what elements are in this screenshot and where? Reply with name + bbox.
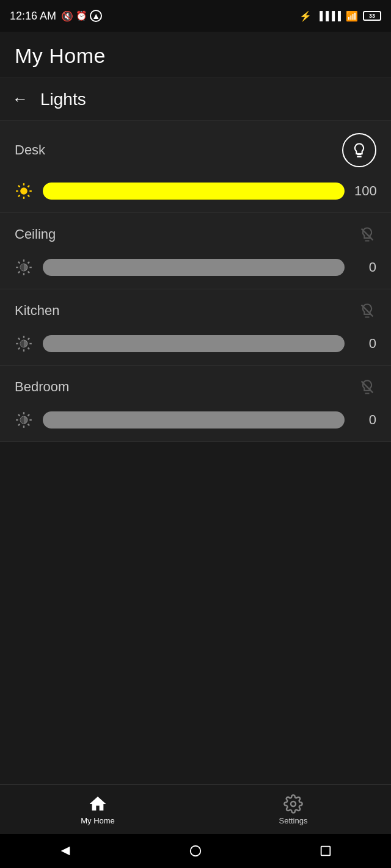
svg-line-9: [18, 195, 20, 197]
page-header: ← Lights: [0, 78, 391, 121]
android-back-btn[interactable]: [57, 842, 74, 859]
svg-line-6: [28, 195, 29, 197]
svg-point-2: [20, 187, 27, 195]
light-controls-bedroom: 0: [15, 411, 376, 429]
light-header-kitchen: Kitchen: [15, 302, 376, 320]
nav-label-settings: Settings: [279, 816, 308, 825]
android-recents-btn[interactable]: [317, 842, 334, 859]
back-button[interactable]: ←: [12, 90, 28, 109]
brightness-icon-kitchen: [15, 335, 33, 353]
android-recents-icon: [319, 844, 332, 858]
light-name-kitchen: Kitchen: [15, 303, 59, 319]
bulb-icon-ceiling: [359, 226, 376, 243]
wifi-icon: 📶: [346, 10, 358, 22]
nav-label-home: My Home: [81, 816, 115, 825]
svg-line-10: [28, 186, 29, 187]
svg-line-29: [18, 348, 20, 349]
slider-desk[interactable]: [43, 183, 345, 200]
slider-bedroom[interactable]: [43, 411, 345, 429]
android-back-icon: [59, 844, 72, 858]
brightness-icon-desk: [15, 182, 33, 200]
slider-value-kitchen: 0: [354, 336, 376, 352]
status-time: 12:16 AM: [10, 10, 56, 23]
mute-icon: 🔇: [61, 10, 73, 22]
page-title: Lights: [40, 90, 86, 109]
bluetooth-icon: ⚡: [299, 10, 312, 22]
slider-fill-ceiling: [43, 259, 345, 276]
svg-line-19: [18, 272, 20, 273]
brightness-icon-bedroom: [15, 411, 33, 429]
slider-track-ceiling: [43, 259, 345, 276]
svg-marker-42: [60, 847, 70, 856]
settings-icon: [283, 794, 303, 814]
light-controls-desk: 100: [15, 182, 376, 200]
svg-point-41: [291, 801, 296, 806]
bottom-nav-items: My Home Settings: [0, 785, 391, 834]
light-item-kitchen: Kitchen: [0, 289, 391, 366]
bulb-icon-desk: [351, 142, 368, 159]
lights-list: Desk: [0, 121, 391, 442]
svg-line-40: [28, 414, 29, 416]
light-item-ceiling: Ceiling: [0, 213, 391, 289]
home-icon: [88, 794, 108, 814]
light-header-bedroom: Bedroom: [15, 378, 376, 396]
notification-icon: ▲: [90, 10, 102, 22]
light-toggle-kitchen[interactable]: [358, 302, 376, 320]
sun-icon-desk: [15, 183, 32, 200]
battery-level: 33: [369, 13, 375, 19]
app-header: My Home: [0, 32, 391, 78]
svg-line-25: [18, 338, 20, 339]
light-toggle-bedroom[interactable]: [358, 378, 376, 396]
brightness-icon-ceiling: [15, 258, 33, 277]
svg-point-43: [191, 846, 201, 856]
bulb-icon-kitchen: [359, 302, 376, 319]
nav-item-settings[interactable]: Settings: [196, 785, 391, 834]
light-controls-ceiling: 0: [15, 258, 376, 277]
sun-icon-ceiling: [15, 259, 32, 276]
light-toggle-desk[interactable]: [342, 133, 376, 167]
light-name-bedroom: Bedroom: [15, 379, 69, 395]
svg-line-35: [18, 414, 20, 416]
sun-icon-bedroom: [15, 411, 32, 429]
light-item-bedroom: Bedroom: [0, 366, 391, 442]
android-home-icon: [189, 844, 202, 858]
signal-icon: ▐▐▐▐: [316, 11, 341, 21]
android-nav: [0, 834, 391, 868]
battery-indicator: 33: [363, 11, 381, 21]
svg-rect-44: [321, 847, 331, 856]
slider-value-desk: 100: [354, 183, 376, 199]
light-name-ceiling: Ceiling: [15, 226, 56, 242]
slider-fill-bedroom: [43, 411, 345, 429]
light-controls-kitchen: 0: [15, 335, 376, 353]
gear-svg: [283, 794, 303, 814]
svg-line-16: [28, 272, 29, 273]
svg-line-26: [28, 348, 29, 349]
slider-fill-kitchen: [43, 335, 345, 352]
light-header-desk: Desk: [15, 133, 376, 167]
status-bar-right: ⚡ ▐▐▐▐ 📶 33: [299, 10, 381, 22]
svg-line-20: [28, 262, 29, 263]
slider-value-ceiling: 0: [354, 259, 376, 275]
svg-line-30: [28, 338, 29, 339]
svg-line-15: [18, 262, 20, 263]
slider-track-kitchen: [43, 335, 345, 352]
bulb-icon-bedroom: [359, 378, 376, 396]
slider-fill-desk: [43, 183, 345, 200]
sun-icon-kitchen: [15, 335, 32, 352]
alarm-icon: ⏰: [76, 10, 87, 21]
slider-ceiling[interactable]: [43, 259, 345, 276]
status-icons: 🔇 ⏰ ▲: [61, 10, 102, 22]
light-name-desk: Desk: [15, 142, 45, 158]
android-home-btn[interactable]: [187, 842, 204, 859]
bottom-nav: My Home Settings: [0, 784, 391, 868]
nav-item-home[interactable]: My Home: [0, 785, 196, 834]
back-icon: ←: [12, 90, 28, 109]
svg-line-5: [18, 186, 20, 187]
svg-line-36: [28, 424, 29, 425]
status-bar-left: 12:16 AM 🔇 ⏰ ▲: [10, 10, 102, 23]
app-title: My Home: [15, 44, 106, 67]
light-toggle-ceiling[interactable]: [358, 225, 376, 244]
light-header-ceiling: Ceiling: [15, 225, 376, 244]
slider-kitchen[interactable]: [43, 335, 345, 352]
light-item-desk: Desk: [0, 121, 391, 213]
